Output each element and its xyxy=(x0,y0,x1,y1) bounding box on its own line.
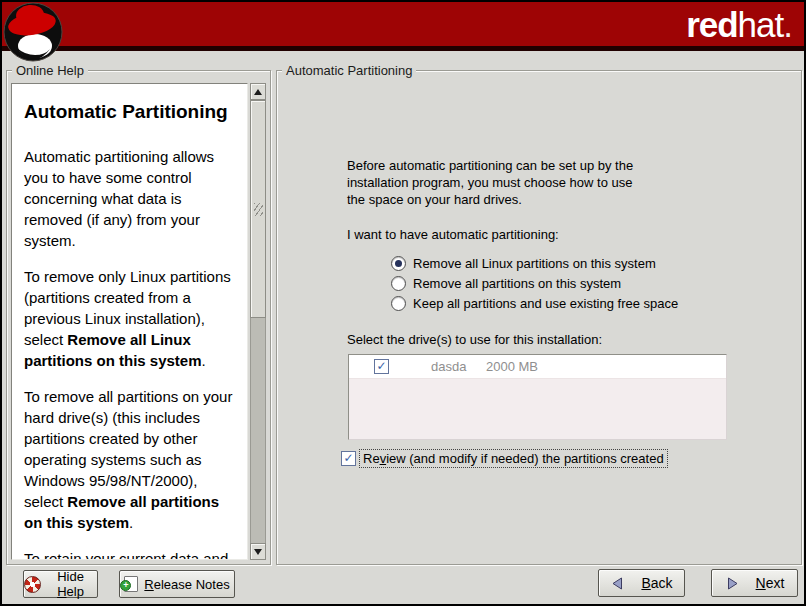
drive-checkbox[interactable]: ✓ xyxy=(374,359,389,374)
radio-button[interactable] xyxy=(391,276,406,291)
radio-button[interactable] xyxy=(391,296,406,311)
review-checkbox[interactable]: ✓ xyxy=(341,451,356,466)
back-label: Back xyxy=(641,575,672,591)
installer-window: redhat. Online Help Automatic Partitioni… xyxy=(0,0,806,606)
down-arrow-icon xyxy=(254,549,262,559)
radio-label[interactable]: Remove all Linux partitions on this syst… xyxy=(413,256,656,271)
brand-bold: red xyxy=(686,5,737,44)
help-paragraph: To remove all partitions on your hard dr… xyxy=(24,386,241,533)
drive-size: 2000 MB xyxy=(486,359,538,374)
help-paragraph: To remove only Linux partitions (partiti… xyxy=(24,266,241,371)
header-banner: redhat. xyxy=(2,2,804,46)
next-label: Next xyxy=(756,575,785,591)
hide-help-button[interactable]: Hide Help xyxy=(23,570,98,598)
partitioning-radio-group: Remove all Linux partitions on this syst… xyxy=(391,253,678,313)
checkmark-icon: ✓ xyxy=(376,360,386,372)
release-notes-icon xyxy=(124,576,138,592)
help-scrollbar[interactable] xyxy=(250,83,266,560)
radio-label[interactable]: Keep all partitions and use existing fre… xyxy=(413,296,678,311)
up-arrow-icon xyxy=(254,85,262,95)
radio-button[interactable] xyxy=(391,256,406,271)
hide-help-label: Hide Help xyxy=(44,569,97,599)
release-notes-label: Release Notes xyxy=(144,577,229,592)
help-text: Automatic partitioning allows you to hav… xyxy=(24,146,241,560)
online-help-frame: Online Help Automatic Partitioning Autom… xyxy=(6,70,271,565)
radio-dot xyxy=(395,260,402,267)
back-arrow-icon xyxy=(610,576,625,591)
next-arrow-icon xyxy=(725,576,740,591)
review-checkbox-label[interactable]: Review (and modify if needed) the partit… xyxy=(360,450,667,467)
drive-select-label: Select the drive(s) to use for this inst… xyxy=(347,332,602,347)
scrollbar-grip-icon xyxy=(254,203,263,216)
back-button[interactable]: Back xyxy=(598,569,685,597)
scrollbar-thumb[interactable] xyxy=(250,100,266,318)
lifebuoy-icon xyxy=(24,576,41,593)
radio-option-row[interactable]: Remove all partitions on this system xyxy=(391,273,678,293)
help-area: Automatic Partitioning Automatic partiti… xyxy=(11,83,266,560)
review-option: ✓ Review (and modify if needed) the part… xyxy=(341,450,667,467)
scroll-up-button[interactable] xyxy=(250,83,266,100)
drive-row[interactable]: ✓dasda2000 MB xyxy=(349,355,726,379)
drive-rows: ✓dasda2000 MB xyxy=(349,355,726,379)
radio-option-row[interactable]: Remove all Linux partitions on this syst… xyxy=(391,253,678,273)
help-paragraph: To retain your current data and xyxy=(24,548,241,560)
scrollbar-track[interactable] xyxy=(250,100,266,543)
header-divider xyxy=(2,46,804,51)
next-button[interactable]: Next xyxy=(711,569,798,597)
redhat-shadowman-logo-icon xyxy=(3,1,65,65)
intro-text: Before automatic partitioning can be set… xyxy=(347,157,633,208)
scroll-down-button[interactable] xyxy=(250,543,266,560)
radio-label[interactable]: Remove all partitions on this system xyxy=(413,276,621,291)
release-notes-button[interactable]: Release Notes xyxy=(119,570,235,598)
redhat-wordmark: redhat. xyxy=(686,3,792,47)
automatic-partitioning-frame-label: Automatic Partitioning xyxy=(282,62,416,79)
help-title: Automatic Partitioning xyxy=(24,101,241,123)
brand-period: . xyxy=(783,5,792,44)
radio-option-row[interactable]: Keep all partitions and use existing fre… xyxy=(391,293,678,313)
checkmark-icon: ✓ xyxy=(343,452,353,464)
partitioning-question-label: I want to have automatic partitioning: xyxy=(347,227,559,242)
brand-rest: hat xyxy=(738,5,784,44)
automatic-partitioning-frame: Automatic Partitioning xyxy=(276,70,802,565)
drive-name: dasda xyxy=(431,359,476,374)
help-paragraph: Automatic partitioning allows you to hav… xyxy=(24,146,241,251)
drive-list: ✓dasda2000 MB xyxy=(348,354,727,440)
help-text-panel: Automatic Partitioning Automatic partiti… xyxy=(11,83,248,560)
